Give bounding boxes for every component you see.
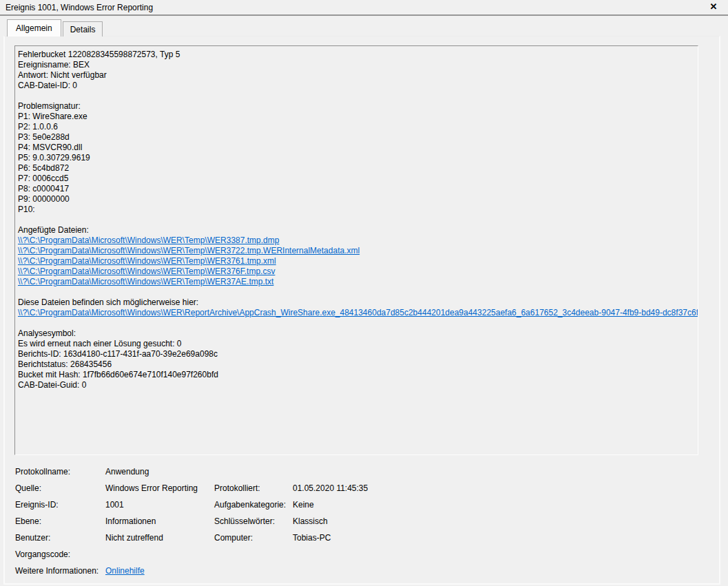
property-label: Ereignis-ID: <box>15 500 105 514</box>
property-value: Windows Error Reporting <box>105 483 214 498</box>
property-row: Vorgangscode: <box>15 547 709 564</box>
description-line: P10: <box>18 205 695 215</box>
description-line: Bucket mit Hash: 1f7fb66d60e674e710f140e… <box>18 370 695 380</box>
description-line <box>18 287 695 297</box>
property-value <box>105 550 214 564</box>
property-value <box>293 550 709 564</box>
file-path-link[interactable]: \\?\C:\ProgramData\Microsoft\Windows\WER… <box>18 236 279 245</box>
description-line: \\?\C:\ProgramData\Microsoft\Windows\WER… <box>18 246 695 256</box>
tab-allgemein[interactable]: Allgemein <box>7 19 61 36</box>
property-label: Protokolliert: <box>214 483 293 498</box>
file-path-link[interactable]: \\?\C:\ProgramData\Microsoft\Windows\WER… <box>18 277 273 286</box>
event-description[interactable]: Fehlerbucket 1220828345598872573, Typ 5E… <box>14 45 698 455</box>
property-grid: Protokollname:AnwendungQuelle:Windows Er… <box>15 465 709 580</box>
description-line: P8: c0000417 <box>18 184 695 194</box>
description-line: \\?\C:\ProgramData\Microsoft\Windows\WER… <box>18 236 695 246</box>
property-label <box>214 566 293 580</box>
description-line <box>18 215 695 225</box>
description-line: P5: 9.0.30729.9619 <box>18 153 695 163</box>
description-line: Analysesymbol: <box>18 328 695 339</box>
property-value <box>293 566 709 580</box>
property-row: Benutzer:Nicht zutreffendComputer:Tobias… <box>15 531 709 547</box>
description-line: Berichtstatus: 268435456 <box>18 359 695 370</box>
description-line: P7: 0006ccd5 <box>18 174 695 184</box>
property-row: Ereignis-ID:1001Aufgabenkategorie:Keine <box>15 498 709 514</box>
property-label: Weitere Informationen: <box>15 566 105 580</box>
general-tab-page: Fehlerbucket 1220828345598872573, Typ 5E… <box>3 36 720 585</box>
property-label: Computer: <box>214 533 293 547</box>
property-value: Anwendung <box>105 467 214 481</box>
description-line: P1: WireShare.exe <box>18 112 695 122</box>
description-line: Antwort: Nicht verfügbar <box>18 70 695 81</box>
description-line: CAB-Datei-ID: 0 <box>18 81 695 91</box>
description-line: Ereignisname: BEX <box>18 60 695 70</box>
description-line: P3: 5e0e288d <box>18 132 695 143</box>
property-row: Protokollname:Anwendung <box>15 465 709 481</box>
property-value: Nicht zutreffend <box>105 533 214 547</box>
description-line <box>18 318 695 328</box>
file-path-link[interactable]: \\?\C:\ProgramData\Microsoft\Windows\WER… <box>18 256 276 266</box>
description-line: P6: 5c4bd872 <box>18 163 695 174</box>
event-header-bar: Ereignis 1001, Windows Error Reporting ✕ <box>0 0 728 16</box>
property-value: 01.05.2020 11:45:35 <box>293 483 709 498</box>
description-line: Problemsignatur: <box>18 101 695 112</box>
description-line: Fehlerbucket 1220828345598872573, Typ 5 <box>18 50 695 60</box>
property-row: Weitere Informationen:Onlinehilfe <box>15 564 709 580</box>
property-row: Quelle:Windows Error ReportingProtokolli… <box>15 481 709 498</box>
property-label: Vorgangscode: <box>15 550 105 564</box>
description-line: Angefügte Dateien: <box>18 225 695 236</box>
property-value: Informationen <box>105 516 214 531</box>
property-label: Benutzer: <box>15 533 105 547</box>
description-line: P4: MSVCR90.dll <box>18 143 695 153</box>
description-line: P9: 00000000 <box>18 194 695 205</box>
property-value: Tobias-PC <box>293 533 709 547</box>
description-line: \\?\C:\ProgramData\Microsoft\Windows\WER… <box>18 266 695 277</box>
description-line: Es wird erneut nach einer Lösung gesucht… <box>18 339 695 349</box>
file-path-link[interactable]: \\?\C:\ProgramData\Microsoft\Windows\WER… <box>18 266 275 276</box>
description-line: \\?\C:\ProgramData\Microsoft\Windows\WER… <box>18 277 695 287</box>
property-value: Klassisch <box>293 516 709 531</box>
property-value <box>293 467 709 481</box>
event-title: Ereignis 1001, Windows Error Reporting <box>6 3 153 12</box>
property-label <box>214 467 293 481</box>
file-path-link[interactable]: \\?\C:\ProgramData\Microsoft\Windows\WER… <box>18 246 360 255</box>
property-row: Ebene:InformationenSchlüsselwörter:Klass… <box>15 514 709 531</box>
property-value: 1001 <box>105 500 214 514</box>
description-line: P2: 1.0.0.6 <box>18 122 695 132</box>
description-line <box>18 91 695 101</box>
property-label: Protokollname: <box>15 467 105 481</box>
file-path-link[interactable]: \\?\C:\ProgramData\Microsoft\Windows\WER… <box>18 308 698 317</box>
property-value: Keine <box>293 500 709 514</box>
description-line: CAB-Datei-Guid: 0 <box>18 380 695 390</box>
property-label: Ebene: <box>15 516 105 531</box>
property-label: Schlüsselwörter: <box>214 516 293 531</box>
description-line: \\?\C:\ProgramData\Microsoft\Windows\WER… <box>18 308 695 318</box>
online-help-link[interactable]: Onlinehilfe <box>105 566 145 576</box>
description-line: Berichts-ID: 163d4180-c117-431f-aa70-39e… <box>18 349 695 359</box>
description-line: Diese Dateien befinden sich möglicherwei… <box>18 297 695 308</box>
property-label: Aufgabenkategorie: <box>214 500 293 514</box>
tab-details[interactable]: Details <box>63 21 103 36</box>
close-icon[interactable]: ✕ <box>708 1 719 12</box>
property-label <box>214 550 293 564</box>
property-value: Onlinehilfe <box>105 566 214 580</box>
tab-bar: Allgemein Details <box>7 19 103 36</box>
description-line: \\?\C:\ProgramData\Microsoft\Windows\WER… <box>18 256 695 266</box>
property-label: Quelle: <box>15 483 105 498</box>
